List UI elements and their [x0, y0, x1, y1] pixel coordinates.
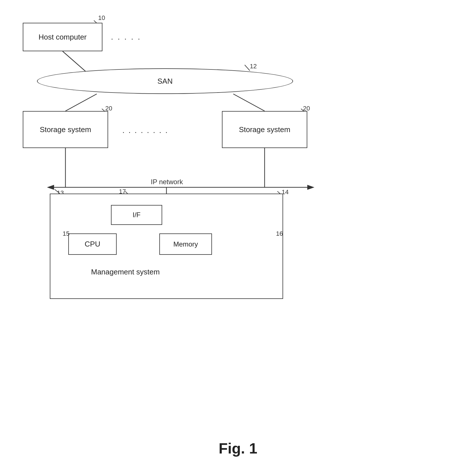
san-label: SAN — [157, 77, 172, 86]
management-system-label: Management system — [91, 268, 160, 276]
ref-20-left: 20 — [105, 105, 112, 112]
storage-right-label: Storage system — [239, 125, 290, 134]
ref-17: 17 — [119, 188, 126, 195]
ref-10: 10 — [98, 14, 105, 22]
svg-line-2 — [233, 94, 265, 111]
ref-14: 14 — [282, 188, 289, 196]
cpu-label: CPU — [85, 240, 100, 249]
san-ellipse: SAN — [37, 68, 293, 94]
if-label: I/F — [133, 211, 141, 219]
ip-network-label: IP network — [151, 178, 183, 186]
storage-left-box: Storage system — [23, 111, 108, 148]
host-computer-label: Host computer — [38, 33, 86, 42]
ref-15: 15 — [63, 230, 69, 237]
ref-12: 12 — [250, 63, 257, 70]
storage-right-box: Storage system — [222, 111, 307, 148]
ref-20-right: 20 — [303, 105, 310, 112]
svg-line-1 — [65, 94, 97, 111]
memory-box: Memory — [159, 233, 212, 255]
host-computer-box: Host computer — [23, 23, 102, 51]
if-box: I/F — [111, 205, 162, 225]
storage-dots: · · · · · · · · — [122, 128, 168, 137]
cpu-box: CPU — [68, 233, 117, 255]
ref-16: 16 — [276, 230, 283, 237]
host-dots: · · · · · — [111, 34, 141, 43]
memory-label: Memory — [173, 240, 198, 248]
storage-left-label: Storage system — [40, 125, 91, 134]
svg-line-18 — [245, 65, 250, 71]
figure-caption: Fig. 1 — [219, 440, 257, 457]
diagram-container: Host computer 10 · · · · · SAN 12 Storag… — [0, 0, 476, 427]
